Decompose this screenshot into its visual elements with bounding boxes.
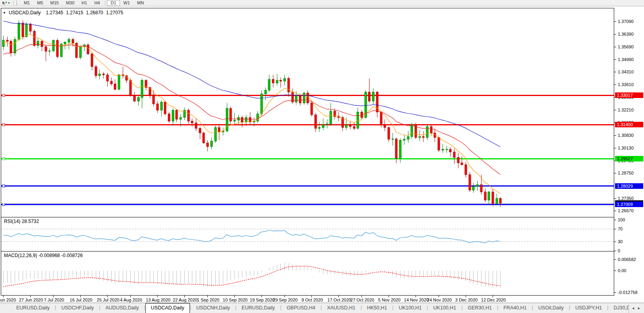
chart-tab-usdjpy-h1[interactable]: USDJPY,H1 (570, 303, 607, 313)
price-tick-dash (614, 60, 616, 60)
macd-layer (3, 263, 501, 288)
date-label: 12 Dec 2020 (474, 298, 512, 302)
price-tick: 1.36390 (618, 32, 634, 37)
macd-tick-dash (614, 271, 616, 271)
price-tick: 1.35690 (618, 44, 634, 50)
chart-tab-ger30-h1[interactable]: GER30,H1 (463, 303, 497, 313)
hline-price-badge: 1.29527 (615, 156, 643, 161)
hlines-layer[interactable] (1, 94, 614, 205)
timeframe-buttons: M1M5M15M30H1H4D1W1MN (20, 0, 147, 6)
rsi-tick-dash (614, 251, 616, 251)
ohlc-high: 1.27415 (66, 10, 83, 15)
price-tick-dash (614, 211, 616, 211)
timeframe-button-m1[interactable]: M1 (20, 0, 33, 6)
cursor-tool-icon[interactable] (2, 1, 7, 6)
rsi-tick-dash (614, 220, 616, 220)
price-tick: 1.32210 (618, 108, 634, 113)
rsi-label: RSI(14) 28.5732 (4, 219, 39, 224)
timeframe-button-m15[interactable]: M15 (47, 0, 62, 6)
timeframe-button-m5[interactable]: M5 (33, 0, 46, 6)
price-tick-dash (614, 148, 616, 148)
chart-tab-bar: EURUSD,Daily|USDCHF,Daily|AUDUSD,Daily|U… (0, 303, 644, 313)
chart-tab-uk100-h1[interactable]: UK100,H1 (428, 303, 462, 313)
price-tick: 1.26670 (618, 208, 634, 213)
price-tick-dash (614, 21, 616, 22)
hline-price-badge: 1.33017 (615, 92, 643, 98)
ohlc-open: 1.27345 (46, 10, 63, 15)
timeframe-button-h1[interactable]: H1 (78, 0, 91, 6)
price-chart-canvas[interactable] (1, 8, 615, 301)
rsi-tick: 30 (618, 239, 623, 244)
chart-tab-eurusd-daily[interactable]: EURUSD,Daily (236, 303, 280, 313)
chart-tab-audusd-daily[interactable]: AUDUSD,Daily (101, 303, 144, 313)
price-tick-dash (614, 84, 616, 85)
timeframe-toolbar: ▼ M1M5M15M30H1H4D1W1MN (0, 0, 644, 6)
moving-averages-layer (3, 21, 500, 194)
timeframe-button-w1[interactable]: W1 (120, 0, 134, 6)
chart-tab-usdcad-daily[interactable]: USDCAD,Daily (145, 303, 190, 313)
price-axis: 1.370901.363901.356901.349901.343101.336… (614, 8, 644, 301)
pane-frame (1, 8, 614, 298)
tab-scroll-arrows: ◄ ► (629, 303, 643, 313)
rsi-tick-dash (614, 229, 616, 229)
price-tick-dash (614, 72, 616, 72)
hline-price-badge: 1.27009 (615, 202, 643, 207)
timeframe-button-m30[interactable]: M30 (62, 0, 78, 6)
tab-scroll-right-icon[interactable]: ► (637, 306, 641, 310)
rsi-tick: 70 (618, 227, 623, 232)
tab-scroll-left-icon[interactable]: ◄ (631, 306, 635, 310)
chart-tab-usdcnh-daily[interactable]: USDCNH,Daily (191, 303, 235, 313)
timeframe-button-d1[interactable]: D1 (107, 0, 120, 6)
chart-tabs: EURUSD,Daily|USDCHF,Daily|AUDUSD,Daily|U… (0, 303, 635, 313)
dropdown-caret-icon[interactable]: ▼ (8, 2, 10, 4)
macd-tick-dash (614, 259, 616, 260)
price-tick-dash (614, 173, 616, 173)
chart-window: ▼ USDCAD,Daily 1.27345 1.27415 1.26870 1… (0, 8, 644, 302)
price-tick: 1.33610 (618, 82, 634, 87)
price-tick: 1.30130 (618, 146, 634, 151)
price-tick: 1.34990 (618, 57, 634, 62)
toolbar-grip (16, 1, 18, 5)
chart-tab-fra40-h1[interactable]: FRA40,H1 (498, 303, 532, 313)
collapse-triangle-icon[interactable]: ▼ (3, 11, 6, 15)
price-tick-dash (614, 198, 616, 199)
chart-tab-eurusd-daily[interactable]: EURUSD,Daily (11, 303, 55, 313)
price-tick: 1.37090 (618, 19, 634, 24)
price-tick-dash (614, 135, 616, 136)
chart-tab-gbpusd-h4[interactable]: GBPUSD,H4 (281, 303, 320, 313)
price-tick: 1.34310 (618, 69, 634, 75)
chart-symbol: USDCAD,Daily (9, 10, 41, 15)
chart-tab-usoil-daily[interactable]: USOil,Daily (533, 303, 569, 313)
rsi-tick-dash (614, 242, 616, 242)
ohlc-close: 1.27075 (106, 10, 123, 15)
rsi-layer (1, 229, 614, 243)
macd-tick: 0.00 (618, 268, 626, 273)
timeframe-button-mn[interactable]: MN (133, 0, 147, 6)
chart-tab-uk100-h1[interactable]: UK100,H1 (394, 303, 427, 313)
price-tick-dash (614, 34, 616, 35)
price-tick-dash (614, 47, 616, 47)
macd-tick-dash (614, 292, 616, 293)
rsi-tick: 100 (618, 217, 625, 223)
hline-price-badge: 1.31400 (615, 122, 643, 127)
price-tick: 1.30830 (618, 133, 634, 138)
time-axis: 18 Jun 202027 Jun 20207 Jul 202016 Jul 2… (1, 296, 614, 302)
macd-tick: -0.012758 (618, 290, 638, 295)
chart-title: ▼ USDCAD,Daily 1.27345 1.27415 1.26870 1… (3, 10, 123, 15)
timeframe-button-h4[interactable]: H4 (91, 0, 103, 6)
hline-price-badge: 1.28029 (615, 183, 643, 189)
rsi-tick: 0 (618, 248, 620, 253)
price-tick: 1.28750 (618, 171, 634, 176)
chart-tab-xauusd-h1[interactable]: XAUUSD,H1 (322, 303, 361, 313)
ohlc-low: 1.26870 (86, 10, 103, 15)
toolbar-separator (105, 1, 105, 6)
macd-label: MACD(12,26,9) -0.008968 -0.008726 (4, 253, 83, 258)
macd-tick: 0.006582 (618, 257, 636, 262)
toolbar-separator (14, 1, 14, 6)
chart-tab-usdchf-daily[interactable]: USDCHF,Daily (56, 303, 99, 313)
candles-layer (2, 20, 501, 207)
chart-tab-hk50-h1[interactable]: HK50,H1 (362, 303, 393, 313)
price-tick-dash (614, 110, 616, 110)
